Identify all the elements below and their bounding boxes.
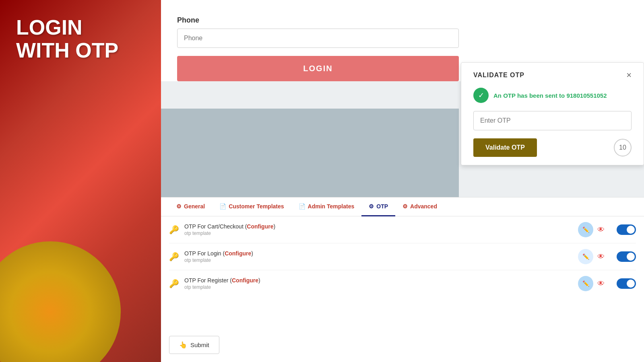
otp-footer: Validate OTP 10 xyxy=(473,138,632,157)
toggle-login[interactable] xyxy=(617,251,636,262)
otp-row-subtitle-register: otp template xyxy=(184,284,578,290)
doc-icon: 📄 xyxy=(219,203,226,210)
view-button-cart[interactable]: 👁 xyxy=(597,226,605,234)
tab-advanced[interactable]: ⚙ Advanced xyxy=(395,197,444,216)
key-icon-2: 🔑 xyxy=(169,252,179,261)
right-panel: Phone LOGIN VALIDATE OTP × ✓ An OTP has … xyxy=(161,0,644,362)
edit-button-cart[interactable]: ✏️ xyxy=(578,222,593,237)
otp-row-actions-login: ✏️ 👁 xyxy=(578,249,636,264)
otp-row-register: 🔑 OTP For Register (Configure) otp templ… xyxy=(169,270,636,297)
otp-row-title-login: OTP For Login (Configure) xyxy=(184,250,578,257)
page-title: LOGIN WITH OTP xyxy=(16,16,118,62)
settings-area: ⚙ General 📄 Customer Templates 📄 Admin T… xyxy=(161,197,644,362)
otp-row-actions-cart: ✏️ 👁 xyxy=(578,222,636,237)
tab-otp[interactable]: ⚙ OTP xyxy=(361,197,395,216)
submit-area: 👆 Submit xyxy=(169,336,219,354)
login-button[interactable]: LOGIN xyxy=(177,56,459,81)
otp-modal-title: VALIDATE OTP xyxy=(473,72,524,79)
otp-row-title-register: OTP For Register (Configure) xyxy=(184,277,578,284)
pencil-icon: ✏️ xyxy=(582,226,589,233)
otp-input[interactable] xyxy=(473,111,632,130)
eye-icon-2: 👁 xyxy=(597,253,605,261)
gear-icon-2: ⚙ xyxy=(369,203,374,210)
toggle-cart[interactable] xyxy=(617,224,636,235)
otp-row-login: 🔑 OTP For Login (Configure) otp template… xyxy=(169,243,636,270)
otp-row-actions-register: ✏️ 👁 xyxy=(578,276,636,291)
otp-modal-header: VALIDATE OTP × xyxy=(473,71,632,80)
submit-label: Submit xyxy=(190,341,209,348)
submit-button[interactable]: 👆 Submit xyxy=(169,336,219,354)
otp-row-info-register: OTP For Register (Configure) otp templat… xyxy=(184,277,578,290)
tab-customer-templates[interactable]: 📄 Customer Templates xyxy=(212,197,291,216)
otp-success-message: ✓ An OTP has been sent to 918010551052 xyxy=(473,88,632,103)
tab-admin-templates[interactable]: 📄 Admin Templates xyxy=(291,197,362,216)
configure-link-login[interactable]: Configure xyxy=(225,250,251,257)
configure-link-register[interactable]: Configure xyxy=(232,277,258,284)
tab-admin-templates-label: Admin Templates xyxy=(308,203,355,210)
phone-input[interactable] xyxy=(177,29,459,48)
success-text: An OTP has been sent to 918010551052 xyxy=(493,92,607,99)
close-button[interactable]: × xyxy=(626,71,632,80)
tab-otp-label: OTP xyxy=(376,203,388,210)
tab-customer-templates-label: Customer Templates xyxy=(229,203,284,210)
otp-modal: VALIDATE OTP × ✓ An OTP has been sent to… xyxy=(461,62,644,165)
toggle-register[interactable] xyxy=(617,278,636,289)
configure-link-cart[interactable]: Configure xyxy=(247,223,273,230)
gray-placeholder xyxy=(161,109,459,205)
success-icon: ✓ xyxy=(473,88,489,103)
key-icon-3: 🔑 xyxy=(169,279,179,288)
key-icon: 🔑 xyxy=(169,225,179,234)
otp-rows: 🔑 OTP For Cart/Checkout (Configure) otp … xyxy=(161,216,644,297)
gear-icon-3: ⚙ xyxy=(402,203,408,210)
otp-row-title-cart: OTP For Cart/Checkout (Configure) xyxy=(184,223,578,230)
validate-otp-button[interactable]: Validate OTP xyxy=(473,138,537,157)
hand-icon: 👆 xyxy=(179,341,187,349)
edit-button-register[interactable]: ✏️ xyxy=(578,276,593,291)
tab-general-label: General xyxy=(184,203,205,210)
left-panel: LOGIN WITH OTP xyxy=(0,0,161,362)
pencil-icon-2: ✏️ xyxy=(582,253,589,260)
eye-icon-3: 👁 xyxy=(597,280,605,288)
pencil-icon-3: ✏️ xyxy=(582,280,589,287)
otp-row-subtitle-cart: otp template xyxy=(184,230,578,236)
phone-label: Phone xyxy=(177,16,628,25)
tabs-bar: ⚙ General 📄 Customer Templates 📄 Admin T… xyxy=(161,197,644,216)
otp-row-cart: 🔑 OTP For Cart/Checkout (Configure) otp … xyxy=(169,216,636,243)
otp-row-info-login: OTP For Login (Configure) otp template xyxy=(184,250,578,263)
otp-row-info-cart: OTP For Cart/Checkout (Configure) otp te… xyxy=(184,223,578,236)
otp-row-subtitle-login: otp template xyxy=(184,257,578,263)
otp-timer: 10 xyxy=(614,139,632,156)
gear-icon: ⚙ xyxy=(176,203,182,210)
view-button-register[interactable]: 👁 xyxy=(597,280,605,288)
doc-icon-2: 📄 xyxy=(299,203,305,210)
edit-button-login[interactable]: ✏️ xyxy=(578,249,593,264)
tab-general[interactable]: ⚙ General xyxy=(169,197,212,216)
view-button-login[interactable]: 👁 xyxy=(597,253,605,261)
eye-icon: 👁 xyxy=(597,226,605,234)
tab-advanced-label: Advanced xyxy=(410,203,437,210)
